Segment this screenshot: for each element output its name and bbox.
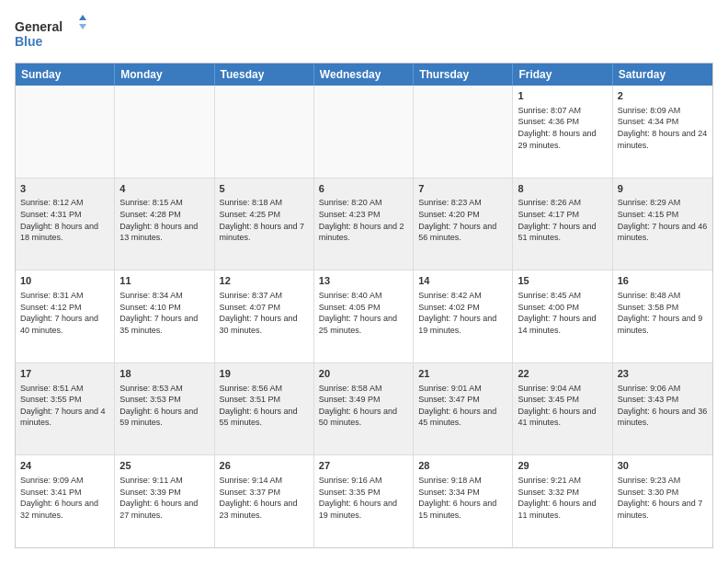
day-info: Sunrise: 8:58 AM Sunset: 3:49 PM Dayligh… xyxy=(319,383,408,429)
day-info: Sunrise: 8:51 AM Sunset: 3:55 PM Dayligh… xyxy=(20,383,109,429)
calendar-cell: 30Sunrise: 9:23 AM Sunset: 3:30 PM Dayli… xyxy=(613,455,712,547)
calendar-cell: 12Sunrise: 8:37 AM Sunset: 4:07 PM Dayli… xyxy=(215,270,314,362)
day-number: 6 xyxy=(319,182,408,196)
day-info: Sunrise: 8:23 AM Sunset: 4:20 PM Dayligh… xyxy=(418,197,507,243)
calendar-cell: 17Sunrise: 8:51 AM Sunset: 3:55 PM Dayli… xyxy=(16,363,115,455)
calendar-cell: 9Sunrise: 8:29 AM Sunset: 4:15 PM Daylig… xyxy=(613,178,712,270)
calendar-cell: 14Sunrise: 8:42 AM Sunset: 4:02 PM Dayli… xyxy=(414,270,513,362)
calendar-cell: 22Sunrise: 9:04 AM Sunset: 3:45 PM Dayli… xyxy=(513,363,612,455)
calendar-cell: 2Sunrise: 8:09 AM Sunset: 4:34 PM Daylig… xyxy=(613,86,712,178)
calendar-cell: 1Sunrise: 8:07 AM Sunset: 4:36 PM Daylig… xyxy=(513,86,612,178)
calendar-cell: 5Sunrise: 8:18 AM Sunset: 4:25 PM Daylig… xyxy=(215,178,314,270)
page: General Blue SundayMondayTuesdayWednesda… xyxy=(0,0,728,563)
day-number: 4 xyxy=(119,182,209,196)
calendar-cell xyxy=(414,86,513,178)
day-number: 23 xyxy=(618,367,708,381)
day-number: 3 xyxy=(20,182,109,196)
header-day: Tuesday xyxy=(215,63,314,86)
calendar-body: 1Sunrise: 8:07 AM Sunset: 4:36 PM Daylig… xyxy=(16,86,712,547)
day-info: Sunrise: 8:34 AM Sunset: 4:10 PM Dayligh… xyxy=(119,290,209,336)
day-info: Sunrise: 8:18 AM Sunset: 4:25 PM Dayligh… xyxy=(220,197,309,243)
calendar-row: 24Sunrise: 9:09 AM Sunset: 3:41 PM Dayli… xyxy=(16,455,712,547)
calendar-row: 1Sunrise: 8:07 AM Sunset: 4:36 PM Daylig… xyxy=(16,86,712,178)
svg-text:Blue: Blue xyxy=(15,34,43,49)
calendar-cell: 16Sunrise: 8:48 AM Sunset: 3:58 PM Dayli… xyxy=(613,270,712,362)
day-info: Sunrise: 9:04 AM Sunset: 3:45 PM Dayligh… xyxy=(518,383,607,429)
day-info: Sunrise: 8:37 AM Sunset: 4:07 PM Dayligh… xyxy=(220,290,309,336)
day-info: Sunrise: 8:26 AM Sunset: 4:17 PM Dayligh… xyxy=(518,197,607,243)
svg-text:General: General xyxy=(15,19,63,34)
calendar: SundayMondayTuesdayWednesdayThursdayFrid… xyxy=(15,63,713,548)
calendar-cell: 28Sunrise: 9:18 AM Sunset: 3:34 PM Dayli… xyxy=(414,455,513,547)
calendar-cell: 8Sunrise: 8:26 AM Sunset: 4:17 PM Daylig… xyxy=(513,178,612,270)
calendar-cell: 25Sunrise: 9:11 AM Sunset: 3:39 PM Dayli… xyxy=(115,455,214,547)
day-number: 11 xyxy=(119,274,209,288)
calendar-cell: 4Sunrise: 8:15 AM Sunset: 4:28 PM Daylig… xyxy=(115,178,214,270)
calendar-row: 3Sunrise: 8:12 AM Sunset: 4:31 PM Daylig… xyxy=(16,178,712,271)
day-info: Sunrise: 8:12 AM Sunset: 4:31 PM Dayligh… xyxy=(20,197,109,243)
calendar-cell xyxy=(16,86,115,178)
header-day: Wednesday xyxy=(314,63,414,86)
day-number: 10 xyxy=(20,274,109,288)
header-day: Thursday xyxy=(414,63,513,86)
day-info: Sunrise: 8:40 AM Sunset: 4:05 PM Dayligh… xyxy=(319,290,408,336)
calendar-cell: 27Sunrise: 9:16 AM Sunset: 3:35 PM Dayli… xyxy=(314,455,414,547)
day-info: Sunrise: 8:56 AM Sunset: 3:51 PM Dayligh… xyxy=(220,383,309,429)
svg-marker-2 xyxy=(79,15,86,20)
day-number: 5 xyxy=(220,182,309,196)
day-number: 17 xyxy=(20,367,109,381)
calendar-cell: 3Sunrise: 8:12 AM Sunset: 4:31 PM Daylig… xyxy=(16,178,115,270)
day-number: 16 xyxy=(618,274,708,288)
day-info: Sunrise: 8:42 AM Sunset: 4:02 PM Dayligh… xyxy=(418,290,507,336)
calendar-row: 10Sunrise: 8:31 AM Sunset: 4:12 PM Dayli… xyxy=(16,270,712,363)
calendar-cell xyxy=(314,86,414,178)
header: General Blue xyxy=(15,15,713,53)
logo: General Blue xyxy=(15,15,88,53)
calendar-cell: 21Sunrise: 9:01 AM Sunset: 3:47 PM Dayli… xyxy=(414,363,513,455)
header-day: Sunday xyxy=(16,63,115,86)
day-number: 25 xyxy=(119,459,209,473)
day-number: 9 xyxy=(618,182,708,196)
day-number: 1 xyxy=(518,89,607,103)
day-number: 29 xyxy=(518,459,607,473)
calendar-cell xyxy=(115,86,214,178)
day-info: Sunrise: 8:07 AM Sunset: 4:36 PM Dayligh… xyxy=(518,105,607,151)
day-info: Sunrise: 9:16 AM Sunset: 3:35 PM Dayligh… xyxy=(319,475,408,521)
day-number: 18 xyxy=(119,367,209,381)
day-number: 30 xyxy=(618,459,708,473)
day-info: Sunrise: 9:21 AM Sunset: 3:32 PM Dayligh… xyxy=(518,475,607,521)
calendar-cell: 6Sunrise: 8:20 AM Sunset: 4:23 PM Daylig… xyxy=(314,178,414,270)
day-info: Sunrise: 8:31 AM Sunset: 4:12 PM Dayligh… xyxy=(20,290,109,336)
calendar-header: SundayMondayTuesdayWednesdayThursdayFrid… xyxy=(16,63,712,86)
day-info: Sunrise: 8:09 AM Sunset: 4:34 PM Dayligh… xyxy=(618,105,708,151)
day-info: Sunrise: 9:01 AM Sunset: 3:47 PM Dayligh… xyxy=(418,383,507,429)
header-day: Friday xyxy=(513,63,612,86)
calendar-row: 17Sunrise: 8:51 AM Sunset: 3:55 PM Dayli… xyxy=(16,363,712,456)
calendar-cell: 24Sunrise: 9:09 AM Sunset: 3:41 PM Dayli… xyxy=(16,455,115,547)
calendar-cell: 29Sunrise: 9:21 AM Sunset: 3:32 PM Dayli… xyxy=(513,455,612,547)
calendar-cell: 19Sunrise: 8:56 AM Sunset: 3:51 PM Dayli… xyxy=(215,363,314,455)
day-info: Sunrise: 8:53 AM Sunset: 3:53 PM Dayligh… xyxy=(119,383,209,429)
day-info: Sunrise: 8:20 AM Sunset: 4:23 PM Dayligh… xyxy=(319,197,408,243)
day-info: Sunrise: 9:23 AM Sunset: 3:30 PM Dayligh… xyxy=(618,475,708,521)
day-number: 24 xyxy=(20,459,109,473)
calendar-cell: 10Sunrise: 8:31 AM Sunset: 4:12 PM Dayli… xyxy=(16,270,115,362)
calendar-cell: 18Sunrise: 8:53 AM Sunset: 3:53 PM Dayli… xyxy=(115,363,214,455)
calendar-cell: 7Sunrise: 8:23 AM Sunset: 4:20 PM Daylig… xyxy=(414,178,513,270)
day-number: 8 xyxy=(518,182,607,196)
header-day: Monday xyxy=(115,63,214,86)
svg-marker-3 xyxy=(79,24,86,29)
day-info: Sunrise: 9:09 AM Sunset: 3:41 PM Dayligh… xyxy=(20,475,109,521)
day-info: Sunrise: 9:11 AM Sunset: 3:39 PM Dayligh… xyxy=(119,475,209,521)
day-number: 14 xyxy=(418,274,507,288)
day-number: 20 xyxy=(319,367,408,381)
calendar-cell: 26Sunrise: 9:14 AM Sunset: 3:37 PM Dayli… xyxy=(215,455,314,547)
day-info: Sunrise: 8:15 AM Sunset: 4:28 PM Dayligh… xyxy=(119,197,209,243)
day-number: 7 xyxy=(418,182,507,196)
day-info: Sunrise: 8:29 AM Sunset: 4:15 PM Dayligh… xyxy=(618,197,708,243)
day-number: 26 xyxy=(220,459,309,473)
calendar-cell: 23Sunrise: 9:06 AM Sunset: 3:43 PM Dayli… xyxy=(613,363,712,455)
day-number: 22 xyxy=(518,367,607,381)
day-number: 12 xyxy=(220,274,309,288)
day-info: Sunrise: 9:18 AM Sunset: 3:34 PM Dayligh… xyxy=(418,475,507,521)
